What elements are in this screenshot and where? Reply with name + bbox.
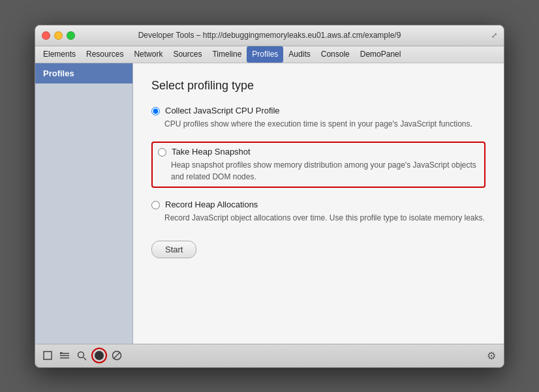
record-button[interactable] — [91, 348, 107, 363]
search-icon[interactable] — [74, 348, 89, 363]
option-group-cpu: Collect JavaScript CPU Profile CPU profi… — [151, 106, 485, 130]
radio-heap-snapshot[interactable] — [158, 148, 166, 157]
clear-profiles-icon[interactable] — [40, 348, 55, 363]
expand-profiles-icon[interactable] — [57, 348, 72, 363]
radio-heap-alloc[interactable] — [151, 201, 160, 209]
option-label-heap-alloc[interactable]: Record Heap Allocations — [165, 200, 258, 209]
menu-item-timeline[interactable]: Timeline — [207, 46, 247, 63]
bottom-bar: ⚙ — [35, 344, 504, 367]
option-label-cpu[interactable]: Collect JavaScript CPU Profile — [165, 106, 280, 115]
panel-title: Select profiling type — [151, 79, 485, 93]
option-box-heap-snapshot: Take Heap Snapshot Heap snapshot profile… — [151, 142, 485, 188]
option-group-heap-alloc: Record Heap Allocations Record JavaScrip… — [151, 200, 485, 224]
option-row-heap-alloc: Record Heap Allocations — [151, 200, 485, 209]
devtools-window: Developer Tools – http://debuggingmemory… — [35, 25, 504, 368]
option-row-cpu: Collect JavaScript CPU Profile — [151, 106, 485, 115]
option-desc-cpu: CPU profiles show where the execution ti… — [164, 118, 485, 130]
no-entry-icon[interactable] — [110, 348, 124, 363]
content-area: Profiles Select profiling type Collect J… — [35, 63, 504, 344]
menu-item-elements[interactable]: Elements — [38, 46, 81, 63]
minimize-button[interactable] — [54, 31, 63, 40]
menu-item-console[interactable]: Console — [316, 46, 355, 63]
svg-rect-3 — [60, 357, 69, 359]
main-panel: Select profiling type Collect JavaScript… — [133, 63, 504, 344]
svg-line-8 — [114, 352, 120, 359]
option-desc-heap-alloc: Record JavaScript object allocations ove… — [164, 212, 485, 224]
menu-item-sources[interactable]: Sources — [168, 46, 207, 63]
window-title: Developer Tools – http://debuggingmemory… — [138, 31, 401, 40]
sidebar: Profiles — [35, 63, 133, 344]
menu-item-demopanel[interactable]: DemoPanel — [355, 46, 407, 63]
start-button[interactable]: Start — [151, 241, 196, 258]
svg-point-5 — [78, 352, 84, 357]
menu-item-network[interactable]: Network — [129, 46, 168, 63]
menu-bar: Elements Resources Network Sources Timel… — [35, 46, 504, 63]
menu-item-profiles[interactable]: Profiles — [247, 46, 283, 63]
radio-cpu[interactable] — [151, 107, 160, 115]
record-inner — [95, 351, 104, 360]
traffic-lights — [42, 31, 75, 40]
option-row-heap-snapshot: Take Heap Snapshot — [158, 147, 479, 157]
svg-rect-0 — [44, 352, 52, 359]
option-label-heap-snapshot[interactable]: Take Heap Snapshot — [172, 147, 251, 157]
title-bar: Developer Tools – http://debuggingmemory… — [35, 25, 504, 46]
sidebar-header: Profiles — [35, 63, 132, 83]
menu-item-audits[interactable]: Audits — [283, 46, 315, 63]
svg-line-6 — [84, 357, 86, 360]
svg-rect-2 — [60, 355, 69, 357]
settings-icon[interactable]: ⚙ — [484, 348, 499, 363]
menu-item-resources[interactable]: Resources — [81, 46, 129, 63]
option-desc-heap-snapshot: Heap snapshot profiles show memory distr… — [171, 159, 479, 183]
maximize-button[interactable] — [67, 31, 75, 40]
close-button[interactable] — [42, 31, 50, 40]
expand-icon[interactable]: ⤢ — [491, 31, 497, 40]
